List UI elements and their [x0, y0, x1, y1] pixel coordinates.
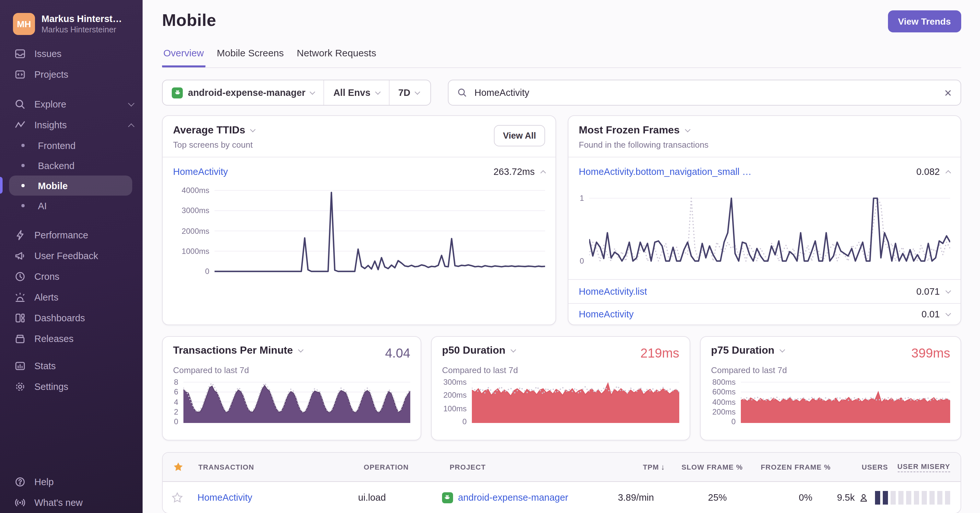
frozen-transaction-row[interactable]: HomeActivity.list 0.071 — [568, 279, 961, 303]
tpm-cell: 3.89/min — [613, 492, 657, 503]
tpm-card: Transactions Per Minute 4.04 Compared to… — [162, 336, 421, 440]
clear-search-icon[interactable]: ✕ — [944, 88, 952, 97]
sidebar-item-insights[interactable]: Insights — [0, 114, 143, 135]
column-header-transaction[interactable]: TRANSACTION — [193, 463, 358, 471]
most-frozen-frames-card: Most Frozen Frames Found in the followin… — [568, 115, 961, 325]
tab-overview[interactable]: Overview — [162, 47, 205, 67]
sidebar-item-frontend[interactable]: Frontend — [0, 135, 143, 156]
sidebar-item-ai[interactable]: AI — [0, 195, 143, 216]
expand-icon[interactable] — [946, 288, 951, 294]
star-outline-icon[interactable] — [172, 492, 183, 503]
frozen-transaction-row[interactable]: HomeActivity 0.01 — [568, 303, 961, 324]
frozen-frames-chart — [589, 198, 950, 262]
active-indicator — [0, 177, 3, 194]
project-filter[interactable]: android-expense-manager — [163, 80, 324, 105]
sidebar-item-projects[interactable]: Projects — [0, 64, 143, 85]
sidebar-item-performance[interactable]: Performance — [0, 225, 143, 246]
star-icon[interactable] — [173, 462, 183, 472]
bullet-icon — [21, 144, 24, 147]
sidebar-item-label: Mobile — [38, 180, 68, 191]
sidebar-item-stats[interactable]: Stats — [0, 356, 143, 376]
sidebar-item-crons[interactable]: Crons — [0, 266, 143, 287]
transaction-link[interactable]: HomeActivity — [173, 167, 228, 177]
sidebar-item-label: Insights — [34, 120, 121, 130]
column-header-frozen-frame[interactable]: FROZEN FRAME % — [748, 463, 836, 471]
users-cell: 9.5k — [837, 492, 855, 503]
dashboards-icon — [14, 312, 26, 324]
transaction-link[interactable]: HomeActivity — [197, 492, 252, 503]
sidebar-item-dashboards[interactable]: Dashboards — [0, 308, 143, 329]
expand-icon[interactable] — [946, 311, 951, 316]
sidebar-item-user-feedback[interactable]: User Feedback — [0, 246, 143, 266]
sidebar-item-label: Backend — [38, 160, 75, 171]
chevron-down-icon[interactable] — [685, 127, 690, 132]
transaction-link[interactable]: HomeActivity.bottom_navigation_small … — [579, 167, 751, 177]
ttid-transaction-row[interactable]: HomeActivity 263.72ms — [163, 157, 555, 186]
tab-mobile-screens[interactable]: Mobile Screens — [215, 47, 285, 67]
frozen-value: 0.071 — [916, 286, 940, 297]
date-range-filter[interactable]: 7D — [388, 80, 428, 105]
sidebar-item-explore[interactable]: Explore — [0, 94, 143, 114]
view-trends-button[interactable]: View Trends — [888, 10, 961, 32]
transaction-link[interactable]: HomeActivity — [579, 309, 633, 319]
search-input[interactable] — [473, 87, 938, 98]
date-range-value: 7D — [398, 87, 410, 98]
chevron-down-icon — [415, 89, 420, 95]
frozen-transaction-row[interactable]: HomeActivity.bottom_navigation_small … 0… — [568, 157, 961, 186]
sidebar-item-releases[interactable]: Releases — [0, 329, 143, 349]
project-link[interactable]: android-expense-manager — [458, 492, 568, 503]
environment-filter[interactable]: All Envs — [324, 80, 388, 105]
user-menu[interactable]: MH Markus Hinterst… Markus Hintersteiner — [0, 0, 143, 35]
releases-icon — [14, 333, 26, 345]
sidebar-item-label: Help — [34, 477, 134, 487]
sidebar-item-label: Performance — [34, 230, 134, 240]
column-header-user-misery[interactable]: USER MISERY — [893, 462, 961, 472]
sidebar-item-label: Dashboards — [34, 313, 134, 323]
ttid-y-axis: 4000ms3000ms2000ms1000ms0 — [173, 190, 215, 273]
chevron-down-icon[interactable] — [298, 347, 303, 353]
sidebar-item-alerts[interactable]: Alerts — [0, 287, 143, 308]
column-header-slow-frame[interactable]: SLOW FRAME % — [670, 463, 748, 471]
p75-y-axis: 800ms600ms400ms200ms0 — [711, 381, 741, 423]
crons-icon — [14, 270, 26, 283]
chevron-up-icon — [128, 123, 135, 130]
column-header-users[interactable]: USERS — [836, 463, 893, 471]
tpm-chart — [183, 381, 410, 423]
column-header-project[interactable]: PROJECT — [444, 463, 625, 471]
transaction-link[interactable]: HomeActivity.list — [579, 286, 647, 297]
chevron-down-icon — [310, 89, 315, 95]
chevron-down-icon[interactable] — [250, 127, 256, 132]
chevron-down-icon[interactable] — [511, 347, 516, 353]
operation-cell: ui.load — [353, 492, 436, 503]
user-icon — [859, 492, 868, 502]
tab-network-requests[interactable]: Network Requests — [296, 47, 377, 67]
sidebar: MH Markus Hinterst… Markus Hintersteiner… — [0, 0, 143, 513]
sidebar-item-help[interactable]: Help — [0, 472, 143, 492]
column-header-tpm[interactable]: TPM↓ — [626, 462, 670, 472]
collapse-icon[interactable] — [946, 170, 951, 176]
sidebar-item-settings[interactable]: Settings — [0, 376, 143, 397]
search-bar[interactable]: ✕ — [448, 80, 961, 106]
sidebar-item-issues[interactable]: Issues — [0, 43, 143, 64]
card-title: p75 Duration — [711, 345, 775, 356]
column-header-operation[interactable]: OPERATION — [358, 463, 444, 471]
p75-duration-card: p75 Duration 399ms Compared to last 7d 8… — [700, 336, 961, 440]
card-subtitle: Found in the following transactions — [579, 140, 950, 157]
sidebar-item-label: Stats — [34, 361, 134, 371]
card-subtitle: Top screens by count — [173, 140, 545, 157]
android-project-icon — [442, 492, 453, 503]
p75-value: 399ms — [911, 346, 950, 361]
chevron-down-icon[interactable] — [780, 347, 785, 353]
sidebar-item-label: Frontend — [38, 140, 75, 151]
user-misery-bars — [875, 491, 950, 504]
view-all-button[interactable]: View All — [494, 125, 545, 146]
collapse-icon[interactable] — [541, 170, 546, 176]
sidebar-item-mobile[interactable]: Mobile — [9, 176, 132, 195]
user-org: Markus Hintersteiner — [41, 25, 122, 34]
sidebar-item-backend[interactable]: Backend — [0, 156, 143, 176]
avatar: MH — [13, 13, 35, 35]
table-row[interactable]: HomeActivity ui.load android-expense-man… — [163, 482, 961, 513]
chevron-down-icon — [375, 89, 380, 95]
sidebar-item-whats-new[interactable]: What's new — [0, 492, 143, 513]
sort-desc-icon: ↓ — [661, 462, 665, 472]
